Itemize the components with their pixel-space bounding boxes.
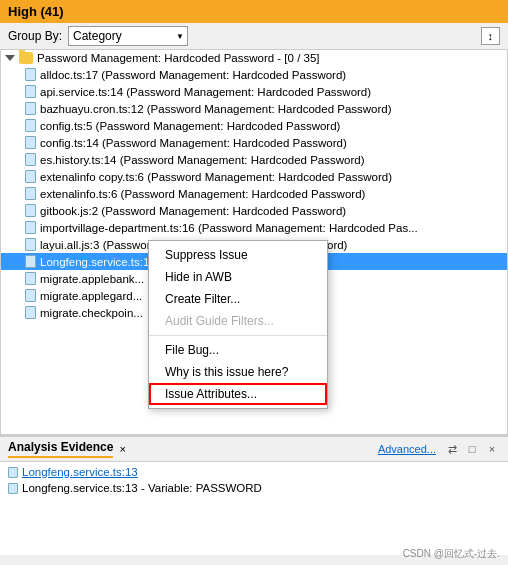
bottom-panel: Analysis Evidence × Advanced... ⇄ □ × Lo… (0, 435, 508, 555)
folder-icon (19, 52, 33, 64)
tree-item-text: extenalinfo.ts:6 (Password Management: H… (40, 188, 365, 200)
sort-button[interactable]: ↕ (481, 27, 501, 45)
tree-item-text: config.ts:5 (Password Management: Hardco… (40, 120, 340, 132)
close-panel-icon[interactable]: × (484, 441, 500, 457)
tree-item-text: bazhuayu.cron.ts:12 (Password Management… (40, 103, 392, 115)
create-filter-menuitem[interactable]: Create Filter... (149, 288, 327, 310)
audit-guide-filters-menuitem[interactable]: Audit Guide Filters... (149, 310, 327, 332)
pin-icon[interactable]: ⇄ (444, 441, 460, 457)
file-icon (25, 289, 36, 302)
toolbar: Group By: Category ↕ (0, 23, 508, 50)
file-icon (25, 102, 36, 115)
tree-item[interactable]: extenalinfo.ts:6 (Password Management: H… (1, 185, 507, 202)
bottom-list: Longfeng.service.ts:13 Longfeng.service.… (0, 462, 508, 555)
tree-item-text: api.service.ts:14 (Password Management: … (40, 86, 371, 98)
tree-item[interactable]: es.history.ts:14 (Password Management: H… (1, 151, 507, 168)
file-icon (25, 119, 36, 132)
group-header-text: Password Management: Hardcoded Password … (37, 52, 320, 64)
hide-in-awb-menuitem[interactable]: Hide in AWB (149, 266, 327, 288)
context-menu: Suppress Issue Hide in AWB Create Filter… (148, 240, 328, 409)
maximize-icon[interactable]: □ (464, 441, 480, 457)
file-icon (25, 153, 36, 166)
advanced-link[interactable]: Advanced... (378, 443, 436, 455)
tree-item[interactable]: importvillage-department.ts:16 (Password… (1, 219, 507, 236)
suppress-issue-menuitem[interactable]: Suppress Issue (149, 244, 327, 266)
tree-item-text: config.ts:14 (Password Management: Hardc… (40, 137, 347, 149)
file-link[interactable]: Longfeng.service.ts:13 (22, 466, 138, 478)
file-icon (25, 68, 36, 81)
header-bar: High (41) (0, 0, 508, 23)
tree-item-text: gitbook.js:2 (Password Management: Hardc… (40, 205, 346, 217)
tree-item-text: es.history.ts:14 (Password Management: H… (40, 154, 365, 166)
file-icon (25, 187, 36, 200)
tree-item[interactable]: config.ts:14 (Password Management: Hardc… (1, 134, 507, 151)
group-by-label: Group By: (8, 29, 62, 43)
header-title: High (41) (8, 4, 64, 19)
group-by-select-wrapper[interactable]: Category (68, 26, 188, 46)
panel-tools: Advanced... ⇄ □ × (378, 441, 500, 457)
group-by-select[interactable]: Category (68, 26, 188, 46)
tree-item-text: importvillage-department.ts:16 (Password… (40, 222, 418, 234)
tree-item[interactable]: bazhuayu.cron.ts:12 (Password Management… (1, 100, 507, 117)
file-icon (25, 238, 36, 251)
collapse-icon (5, 55, 15, 61)
file-icon (8, 483, 18, 494)
bottom-list-item[interactable]: Longfeng.service.ts:13 (0, 464, 508, 480)
tab-close-icon[interactable]: × (119, 443, 125, 455)
watermark: CSDN @回忆式-过去. (403, 547, 500, 561)
file-icon (25, 85, 36, 98)
tree-item-text: alldoc.ts:17 (Password Management: Hardc… (40, 69, 346, 81)
tree-item[interactable]: config.ts:5 (Password Management: Hardco… (1, 117, 507, 134)
file-icon (25, 255, 36, 268)
file-icon (25, 306, 36, 319)
issue-attributes-menuitem[interactable]: Issue Attributes... (149, 383, 327, 405)
tree-item[interactable]: api.service.ts:14 (Password Management: … (1, 83, 507, 100)
group-header[interactable]: Password Management: Hardcoded Password … (1, 50, 507, 66)
menu-separator (149, 335, 327, 336)
file-icon (25, 272, 36, 285)
tree-item-text: extenalinfo copy.ts:6 (Password Manageme… (40, 171, 392, 183)
tree-item[interactable]: gitbook.js:2 (Password Management: Hardc… (1, 202, 507, 219)
file-icon (25, 136, 36, 149)
analysis-evidence-tab[interactable]: Analysis Evidence (8, 440, 113, 458)
tree-item[interactable]: extenalinfo copy.ts:6 (Password Manageme… (1, 168, 507, 185)
bottom-list-item[interactable]: Longfeng.service.ts:13 - Variable: PASSW… (0, 480, 508, 496)
evidence-text: Longfeng.service.ts:13 - Variable: PASSW… (22, 482, 262, 494)
file-icon (25, 221, 36, 234)
file-bug-menuitem[interactable]: File Bug... (149, 339, 327, 361)
file-icon (25, 204, 36, 217)
tree-item[interactable]: alldoc.ts:17 (Password Management: Hardc… (1, 66, 507, 83)
file-icon (25, 170, 36, 183)
bottom-panel-header: Analysis Evidence × Advanced... ⇄ □ × (0, 437, 508, 462)
sort-icon: ↕ (488, 30, 494, 42)
why-issue-menuitem[interactable]: Why is this issue here? (149, 361, 327, 383)
file-icon (8, 467, 18, 478)
